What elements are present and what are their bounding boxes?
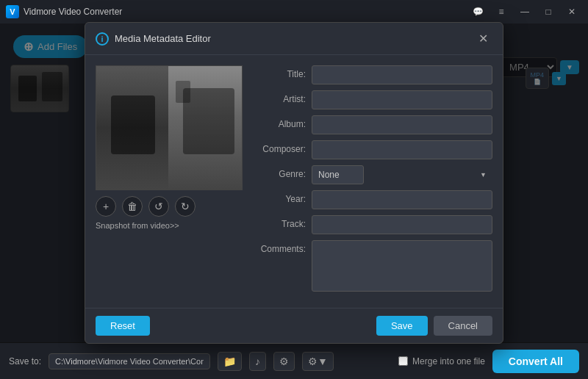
- preview-left-figure: [111, 95, 155, 154]
- preview-right: [168, 66, 242, 190]
- footer-right: Save Cancel: [376, 316, 492, 336]
- undo-button[interactable]: ↺: [148, 196, 169, 217]
- save-to-label: Save to:: [9, 356, 41, 367]
- modal-title: Media Metadata Editor: [115, 33, 474, 44]
- modal-body: + 🗑 ↺ ↻ Snapshot from video>> Title: Art…: [85, 55, 503, 308]
- track-input[interactable]: [312, 215, 492, 234]
- snapshot-link[interactable]: Snapshot from video>>: [96, 221, 243, 230]
- album-input[interactable]: [312, 115, 492, 134]
- settings-icon: ⚙▼: [308, 355, 328, 367]
- main-area: ⊕ Add Files ▼ MP4 ▼ MP4 📄 ▼: [0, 24, 588, 342]
- add-image-button[interactable]: +: [96, 196, 116, 217]
- preview-right-figure: [183, 88, 234, 154]
- image-controls: + 🗑 ↺ ↻: [96, 196, 243, 217]
- minimize-button[interactable]: —: [514, 4, 535, 20]
- artist-field-row: Artist:: [254, 90, 492, 109]
- save-path-input[interactable]: [49, 353, 210, 369]
- modal-close-button[interactable]: ✕: [474, 30, 492, 47]
- app-title: Vidmore Video Converter: [24, 7, 467, 17]
- chat-button[interactable]: 💬: [467, 4, 488, 20]
- merge-checkbox-input[interactable]: [398, 356, 408, 366]
- track-field-row: Track:: [254, 215, 492, 234]
- info-icon: i: [96, 32, 109, 46]
- merge-label: Merge into one file: [412, 356, 485, 367]
- image-section: + 🗑 ↺ ↻ Snapshot from video>>: [96, 65, 243, 297]
- more-settings-button[interactable]: ⚙▼: [302, 352, 334, 371]
- cancel-button[interactable]: Cancel: [434, 316, 492, 336]
- display-settings-button[interactable]: ⚙: [273, 352, 295, 371]
- delete-image-button[interactable]: 🗑: [122, 196, 143, 217]
- track-label: Track:: [254, 215, 312, 229]
- window-controls: 💬 ≡ — □ ✕: [467, 4, 582, 20]
- app-icon-letter: V: [10, 7, 15, 16]
- comments-textarea[interactable]: [312, 240, 492, 292]
- genre-select[interactable]: None Pop Rock Jazz Classical Electronic: [312, 165, 364, 184]
- title-input[interactable]: [312, 65, 492, 84]
- metadata-section: Title: Artist: Album: Composer:: [254, 65, 492, 297]
- comments-field-row: Comments:: [254, 240, 492, 292]
- folder-icon-button[interactable]: 📁: [218, 352, 242, 371]
- folder-icon: 📁: [223, 355, 236, 367]
- image-preview: [96, 65, 243, 190]
- album-field-row: Album:: [254, 115, 492, 134]
- close-button[interactable]: ✕: [562, 4, 582, 20]
- modal-footer: Reset Save Cancel: [85, 308, 503, 343]
- title-bar: V Vidmore Video Converter 💬 ≡ — □ ✕: [0, 0, 588, 24]
- modal-header: i Media Metadata Editor ✕: [85, 23, 503, 55]
- media-metadata-editor: i Media Metadata Editor ✕: [85, 22, 503, 344]
- year-input[interactable]: [312, 190, 492, 209]
- year-label: Year:: [254, 190, 312, 204]
- composer-input[interactable]: [312, 140, 492, 159]
- artist-input[interactable]: [312, 90, 492, 109]
- redo-button[interactable]: ↻: [175, 196, 196, 217]
- genre-field-row: Genre: None Pop Rock Jazz Classical Elec…: [254, 165, 492, 184]
- convert-all-button[interactable]: Convert All: [492, 350, 579, 373]
- display-icon: ⚙: [279, 355, 289, 367]
- preview-left: [96, 66, 170, 190]
- menu-button[interactable]: ≡: [491, 4, 512, 20]
- app-icon: V: [6, 5, 19, 18]
- genre-select-wrapper: None Pop Rock Jazz Classical Electronic: [312, 165, 492, 184]
- bottom-bar: Save to: 📁 ♪ ⚙ ⚙▼ Merge into one file Co…: [0, 342, 588, 379]
- comments-label: Comments:: [254, 240, 312, 254]
- audio-settings-button[interactable]: ♪: [249, 352, 266, 371]
- merge-checkbox-label[interactable]: Merge into one file: [398, 356, 485, 367]
- album-label: Album:: [254, 115, 312, 129]
- title-label: Title:: [254, 65, 312, 79]
- composer-field-row: Composer:: [254, 140, 492, 159]
- genre-label: Genre:: [254, 165, 312, 179]
- reset-button[interactable]: Reset: [96, 316, 150, 336]
- title-field-row: Title:: [254, 65, 492, 84]
- maximize-button[interactable]: □: [538, 4, 559, 20]
- audio-icon: ♪: [255, 355, 260, 367]
- save-button[interactable]: Save: [376, 316, 428, 336]
- artist-label: Artist:: [254, 90, 312, 104]
- modal-overlay: i Media Metadata Editor ✕: [0, 24, 588, 342]
- year-field-row: Year:: [254, 190, 492, 209]
- composer-label: Composer:: [254, 140, 312, 154]
